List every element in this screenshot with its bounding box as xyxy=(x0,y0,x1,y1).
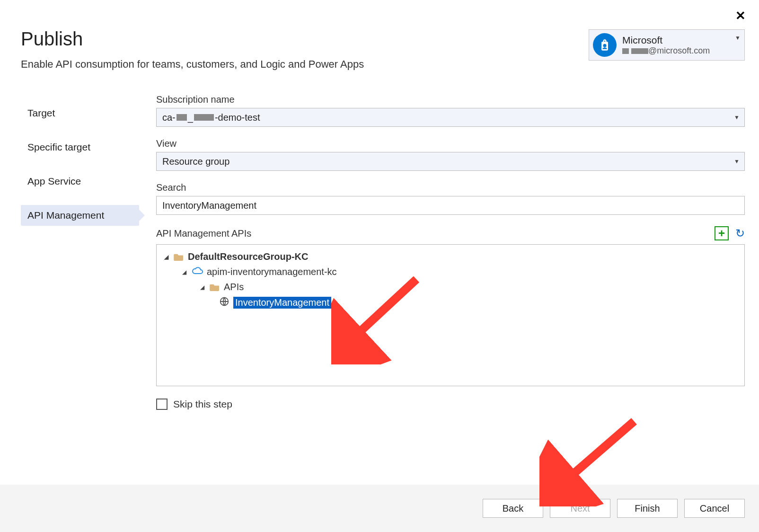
view-value: Resource group xyxy=(162,156,229,167)
tree-apis-folder[interactable]: ◢ APIs xyxy=(160,280,741,294)
skip-checkbox[interactable] xyxy=(156,399,168,410)
tree-api-item[interactable]: InventoryManagement xyxy=(160,294,741,311)
step-specific-target[interactable]: Specific target xyxy=(21,137,139,158)
folder-icon xyxy=(210,283,220,292)
subscription-select[interactable]: ca-_-demo-test ▼ xyxy=(156,108,745,127)
account-text: Microsoft @microsoft.com xyxy=(622,34,735,56)
cancel-button[interactable]: Cancel xyxy=(684,499,745,518)
chevron-down-icon: ▼ xyxy=(734,158,740,165)
skip-label: Skip this step xyxy=(173,399,232,410)
subscription-value-prefix: ca- xyxy=(162,112,176,123)
account-name: Microsoft xyxy=(622,34,735,46)
close-icon[interactable]: ✕ xyxy=(735,9,746,23)
account-switcher[interactable]: Microsoft @microsoft.com ▼ xyxy=(589,29,745,61)
chevron-down-icon: ▼ xyxy=(734,114,740,121)
tree-label: API Management APIs xyxy=(156,228,251,239)
next-button: Next xyxy=(550,499,610,518)
finish-button[interactable]: Finish xyxy=(617,499,678,518)
tree-selected-api-label: InventoryManagement xyxy=(233,297,331,309)
api-tree[interactable]: ◢ DefaultResourceGroup-KC ◢ apim-invento… xyxy=(156,244,745,386)
search-label: Search xyxy=(156,182,745,193)
step-app-service[interactable]: App Service xyxy=(21,171,139,192)
caret-down-icon: ◢ xyxy=(182,269,188,275)
tree-resource-group-label: DefaultResourceGroup-KC xyxy=(188,251,308,262)
cloud-icon xyxy=(192,266,203,278)
search-input[interactable]: InventoryManagement xyxy=(156,196,745,215)
chevron-down-icon: ▼ xyxy=(735,35,741,41)
step-api-management[interactable]: API Management xyxy=(21,205,139,226)
globe-icon xyxy=(219,296,229,309)
svg-line-2 xyxy=(563,421,634,483)
account-avatar-icon xyxy=(593,33,617,57)
caret-down-icon: ◢ xyxy=(200,284,206,291)
refresh-icon[interactable]: ↻ xyxy=(735,227,745,240)
skip-step-row[interactable]: Skip this step xyxy=(156,399,745,410)
tree-service-label: apim-inventorymanagement-kc xyxy=(207,266,337,277)
subscription-label: Subscription name xyxy=(156,94,745,105)
back-button[interactable]: Back xyxy=(483,499,543,518)
view-select[interactable]: Resource group ▼ xyxy=(156,152,745,171)
subscription-value-suffix: -demo-test xyxy=(215,112,260,123)
wizard-steps: Target Specific target App Service API M… xyxy=(21,94,139,410)
tree-service[interactable]: ◢ apim-inventorymanagement-kc xyxy=(160,264,741,280)
form-panel: Subscription name ca-_-demo-test ▼ View … xyxy=(139,94,745,410)
step-target[interactable]: Target xyxy=(21,103,139,124)
account-email-suffix: @microsoft.com xyxy=(648,46,710,55)
view-label: View xyxy=(156,138,745,149)
search-value: InventoryManagement xyxy=(162,200,256,211)
add-button[interactable]: + xyxy=(715,226,729,240)
tree-resource-group[interactable]: ◢ DefaultResourceGroup-KC xyxy=(160,249,741,264)
account-email: @microsoft.com xyxy=(622,46,735,56)
caret-down-icon: ◢ xyxy=(164,254,170,260)
folder-icon xyxy=(174,253,184,261)
wizard-footer: Back Next Finish Cancel xyxy=(0,485,759,532)
tree-apis-label: APIs xyxy=(224,282,244,293)
